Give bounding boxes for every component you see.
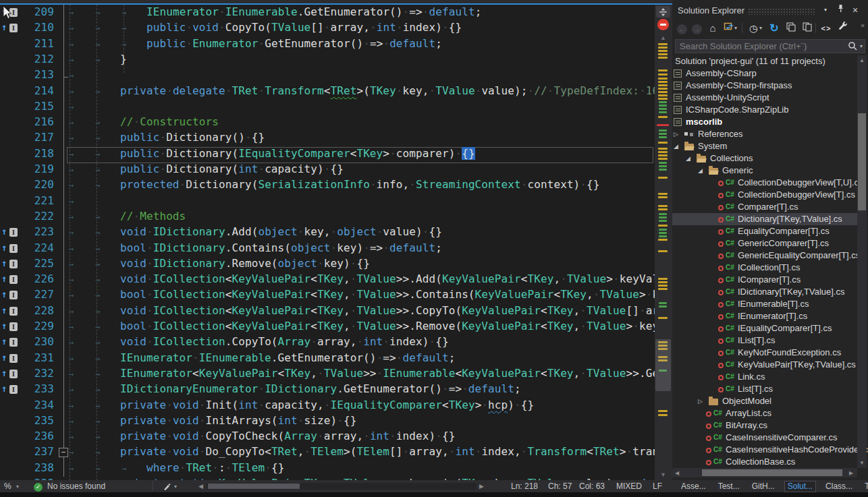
tree-item-caseinsensitivecomparer-cs[interactable]: C#CaseInsensitiveComparer.cs xyxy=(672,432,857,444)
tree-item-assembly-csharp[interactable]: Assembly-CSharp xyxy=(672,67,857,80)
line-ending-indicator[interactable]: LF xyxy=(653,481,662,491)
expanded-arrow-icon[interactable]: ◢ xyxy=(674,140,678,152)
scroll-right-icon[interactable]: ▶ xyxy=(849,470,853,476)
code-line[interactable]: 224→→bool·IDictionary.Contains(object·ke… xyxy=(0,241,655,258)
drag-grip[interactable] xyxy=(748,8,815,15)
tree-item-iequalitycomparer-t-cs[interactable]: C#IEqualityComparer[T].cs xyxy=(672,322,857,334)
scroll-left-icon[interactable]: ◀ xyxy=(675,470,679,476)
code-line[interactable]: 220→→protected·Dictionary(SerializationI… xyxy=(0,178,655,194)
code-line[interactable]: 228→→void·ICollection<KeyValuePair<TKey,… xyxy=(0,304,655,320)
code-line[interactable]: 235→→private·void·InitArrays(int·size)·{… xyxy=(0,414,655,430)
code-line[interactable]: 234→→private·void·Init(int·capacity,·IEq… xyxy=(0,399,655,415)
code-line[interactable]: 221→ xyxy=(0,194,655,210)
code-line[interactable]: 218→→public·Dictionary(IEqualityComparer… xyxy=(0,147,655,163)
tree-item-ienumerable-t-cs[interactable]: C#IEnumerable[T].cs xyxy=(672,298,857,310)
tree-item-genericcomparer-t-cs[interactable]: C#GenericComparer[T].cs xyxy=(672,237,857,250)
tree-item-icomparer-t-cs[interactable]: C#IComparer[T].cs xyxy=(672,274,857,286)
code-line[interactable]: 232→→IEnumerator<KeyValuePair<TKey,·TVal… xyxy=(0,367,655,383)
tree-item-link-cs[interactable]: C#Link.cs xyxy=(672,371,857,383)
tree-vertical-scrollbar-thumb[interactable] xyxy=(858,113,866,210)
pin-icon[interactable] xyxy=(834,4,846,16)
implements-member-gutter-icon[interactable]: ↑I xyxy=(1,258,22,271)
code-line[interactable]: 215→ xyxy=(0,100,655,116)
code-line[interactable]: 211→→→public·Enumerator·GetEnumerator()·… xyxy=(0,37,655,53)
tree-item-system[interactable]: ◢System xyxy=(672,140,857,152)
switch-views-dropdown-icon[interactable]: ▾ xyxy=(734,25,737,31)
panel-tab-gith[interactable]: GitH... xyxy=(749,481,778,492)
code-editor[interactable]: 209→→→IEnumerator·IEnumerable.GetEnumera… xyxy=(0,5,655,480)
back-icon[interactable]: ← xyxy=(675,22,688,35)
editor-split-handle-icon[interactable] xyxy=(656,6,670,18)
implements-member-gutter-icon[interactable]: ↑I xyxy=(1,305,22,318)
solution-explorer-title-bar[interactable]: Solution Explorer ▾ × xyxy=(672,3,868,19)
code-line[interactable]: 216→→//·Constructors xyxy=(0,115,655,131)
toolbar-overflow-icon[interactable]: » xyxy=(856,19,868,32)
code-line[interactable]: 227→→bool·ICollection<KeyValuePair<TKey,… xyxy=(0,288,655,304)
code-line[interactable]: 212→→} xyxy=(0,53,655,69)
fold-collapse-button[interactable]: − xyxy=(59,448,68,457)
editor-scrollbar-marker-bar[interactable]: ▲ ▼ xyxy=(655,5,672,480)
pending-changes-filter-icon[interactable]: ◷ xyxy=(747,22,760,35)
show-all-files-icon[interactable] xyxy=(801,22,814,35)
code-cleanup-dropdown-icon[interactable]: ▾ xyxy=(174,484,177,490)
home-icon[interactable]: ⌂ xyxy=(706,22,720,35)
code-line[interactable]: 233→→IDictionaryEnumerator·IDictionary.G… xyxy=(0,382,655,399)
tree-item-keynotfoundexception-cs[interactable]: C#KeyNotFoundException.cs xyxy=(672,347,857,359)
panel-tab-solut[interactable]: Solut... xyxy=(784,481,816,492)
code-line[interactable]: 226→→void·ICollection<KeyValuePair<TKey,… xyxy=(0,272,655,289)
tree-item-assembly-csharp-firstpass[interactable]: Assembly-CSharp-firstpass xyxy=(672,80,857,92)
scroll-down-icon[interactable]: ▼ xyxy=(859,460,865,466)
tree-item-equalitycomparer-t-cs[interactable]: C#EqualityComparer[T].cs xyxy=(672,225,857,237)
issues-text[interactable]: No issues found xyxy=(47,481,105,491)
code-line[interactable]: 209→→→IEnumerator·IEnumerable.GetEnumera… xyxy=(0,5,655,22)
code-line[interactable]: 225→→void·IDictionary.Remove(object·key)… xyxy=(0,257,655,273)
tree-item-assembly-unityscript[interactable]: Assembly-UnityScript xyxy=(672,92,857,104)
tree-horizontal-scrollbar[interactable]: ◀ ▶ xyxy=(672,468,857,477)
tree-item-generic[interactable]: ◢Generic xyxy=(672,165,857,177)
code-line[interactable]: 213→ xyxy=(0,68,655,84)
code-cleanup-broom-icon[interactable] xyxy=(162,481,171,493)
view-code-icon[interactable]: <> xyxy=(819,22,833,35)
implements-member-gutter-icon[interactable]: ↑I xyxy=(1,273,22,287)
editor-horizontal-scrollbar[interactable] xyxy=(207,483,477,490)
refresh-icon[interactable]: ↻ xyxy=(767,22,781,35)
issues-indicator[interactable]: ✓ xyxy=(34,481,43,492)
code-line[interactable]: 210→→→public·void·CopyTo(TValue[]·array,… xyxy=(0,21,655,37)
search-input[interactable] xyxy=(675,39,865,53)
panel-tab-tea[interactable]: Tea... xyxy=(862,481,868,492)
code-line[interactable]: 237→→private·void·Do_CopyTo<TRet,·TElem>… xyxy=(0,445,655,461)
tree-item-collectiondebuggerview-t-cs[interactable]: C#CollectionDebuggerView[T].cs xyxy=(672,189,857,201)
implements-member-gutter-icon[interactable]: ↑I xyxy=(1,22,22,35)
expanded-arrow-icon[interactable]: ◢ xyxy=(686,152,690,165)
search-icon[interactable] xyxy=(848,41,860,53)
column-indicator[interactable]: Col: 63 xyxy=(579,481,605,491)
code-line[interactable]: 214→→private·delegate·TRet·Transform<TRe… xyxy=(0,84,655,100)
tree-item-dictionary-tkey-tvalue-cs[interactable]: C#Dictionary[TKey,TValue].cs xyxy=(672,213,857,225)
search-dropdown-icon[interactable]: ▾ xyxy=(860,43,863,49)
panel-tab-class[interactable]: Class... xyxy=(823,481,855,492)
line-indicator[interactable]: Ln: 218 xyxy=(511,481,538,491)
tree-item-mscorlib[interactable]: mscorlib xyxy=(672,116,857,128)
code-line[interactable]: 229→→bool·ICollection<KeyValuePair<TKey,… xyxy=(0,320,655,336)
code-analysis-status-icon[interactable] xyxy=(657,19,669,30)
code-line[interactable]: 219→→public·Dictionary(int·capacity)·{} xyxy=(0,163,655,179)
tree-item-idictionary-tkey-tvalue-cs[interactable]: C#IDictionary[TKey,TValue].cs xyxy=(672,286,857,298)
tree-item-bitarray-cs[interactable]: C#BitArray.cs xyxy=(672,419,857,432)
implements-member-gutter-icon[interactable]: ↑I xyxy=(1,242,22,256)
collapsed-arrow-icon[interactable]: ▷ xyxy=(674,128,678,140)
implements-member-gutter-icon[interactable]: ↑I xyxy=(1,383,22,397)
tree-item-arraylist-cs[interactable]: C#ArrayList.cs xyxy=(672,407,857,419)
switch-views-icon[interactable] xyxy=(722,22,735,35)
editor-vertical-scrollbar-thumb[interactable] xyxy=(655,339,671,391)
tree-item-icollection-t-cs[interactable]: C#ICollection[T].cs xyxy=(672,262,857,274)
scroll-up-icon[interactable]: ▲ xyxy=(660,34,666,41)
panel-tab-test[interactable]: Test... xyxy=(715,481,742,492)
code-line[interactable]: 230→→void·ICollection.CopyTo(Array·array… xyxy=(0,335,655,351)
code-line[interactable]: 217→→public·Dictionary()·{} xyxy=(0,131,655,147)
tree-item-collections[interactable]: ◢Collections xyxy=(672,152,857,165)
tree-item-icsharpcode-sharpziplib[interactable]: ICSharpCode.SharpZipLib xyxy=(672,104,857,116)
scroll-up-icon[interactable]: ▲ xyxy=(859,57,865,63)
implements-member-gutter-icon[interactable]: ↑I xyxy=(1,336,22,349)
code-line[interactable]: 223→→void·IDictionary.Add(object·key,·ob… xyxy=(0,225,655,241)
collapse-all-icon[interactable] xyxy=(784,22,798,35)
